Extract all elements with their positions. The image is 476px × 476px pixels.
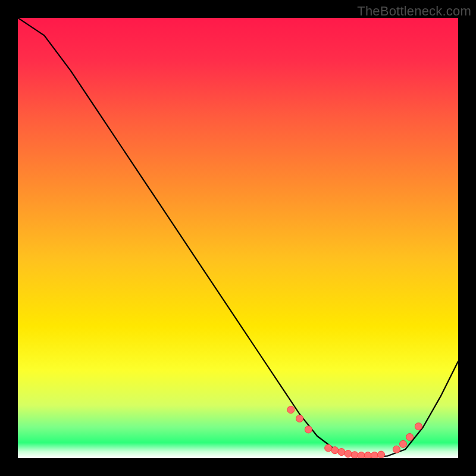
gradient-background: [18, 18, 458, 458]
marker-dot: [351, 452, 358, 458]
bottleneck-chart: [18, 18, 458, 458]
marker-dot: [378, 451, 385, 458]
marker-dot: [287, 406, 295, 414]
marker-dot: [393, 446, 400, 453]
chart-frame: TheBottleneck.com: [0, 0, 476, 476]
marker-dot: [415, 423, 422, 430]
marker-dot: [406, 434, 414, 441]
watermark-text: TheBottleneck.com: [357, 4, 471, 19]
marker-dot: [331, 447, 339, 454]
marker-dot: [338, 449, 345, 456]
marker-dot: [296, 415, 303, 422]
marker-dot: [400, 440, 407, 447]
marker-dot: [345, 450, 352, 458]
marker-dot: [371, 452, 378, 458]
marker-dot: [305, 426, 312, 433]
marker-dot: [325, 444, 332, 452]
marker-dot: [364, 452, 371, 458]
marker-dot: [358, 452, 365, 458]
